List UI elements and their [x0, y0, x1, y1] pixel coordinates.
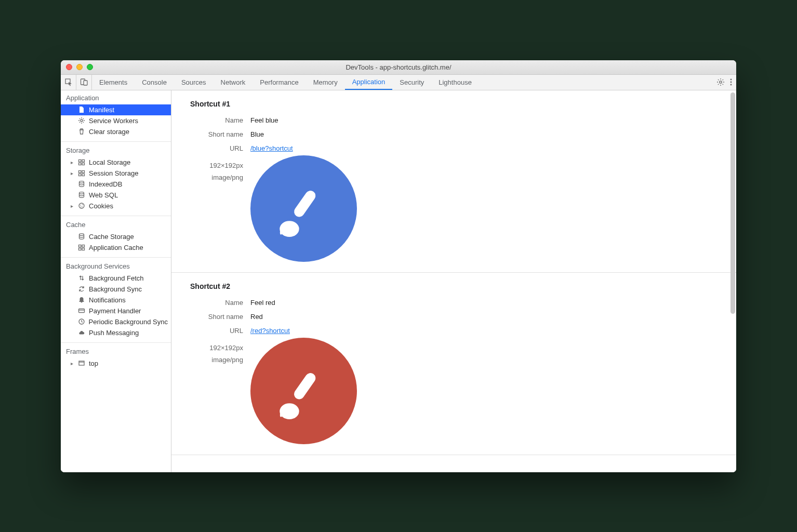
sidebar-item-label: IndexedDB	[89, 180, 122, 188]
sidebar-item-label: Notifications	[89, 296, 126, 304]
sidebar-item-background-sync[interactable]: Background Sync	[61, 284, 171, 295]
sidebar-item-label: top	[89, 360, 98, 367]
tab-application[interactable]: Application	[345, 75, 393, 90]
section-background-services: Background Services	[61, 259, 171, 273]
sidebar-item-label: Web SQL	[89, 191, 118, 199]
svg-point-21	[82, 206, 83, 207]
svg-rect-24	[79, 245, 82, 247]
tab-memory[interactable]: Memory	[306, 75, 345, 90]
tab-sources[interactable]: Sources	[174, 75, 214, 90]
tab-network[interactable]: Network	[214, 75, 253, 90]
titlebar: DevTools - app-shortcuts.glitch.me/	[61, 60, 736, 75]
svg-point-18	[79, 203, 84, 208]
sidebar-item-label: Push Messaging	[89, 329, 139, 337]
expand-arrow-icon[interactable]: ▸	[69, 361, 74, 366]
svg-point-3	[720, 81, 722, 83]
cookie-icon	[77, 202, 86, 209]
field-label-url: URL	[171, 327, 250, 335]
db-icon	[77, 233, 86, 240]
svg-point-22	[81, 207, 81, 207]
tab-console[interactable]: Console	[135, 75, 174, 90]
application-sidebar[interactable]: ApplicationManifestService WorkersClear …	[61, 90, 171, 472]
icon-meta: 192×192pximage/png	[171, 155, 250, 184]
svg-rect-27	[82, 248, 85, 250]
devtools-window: DevTools - app-shortcuts.glitch.me/ Elem…	[61, 60, 736, 472]
close-icon[interactable]	[66, 64, 72, 70]
svg-rect-10	[79, 163, 82, 165]
field-value-name: Feel blue	[250, 116, 278, 124]
shortcut-heading: Shortcut #1	[171, 100, 736, 113]
svg-point-23	[79, 234, 84, 236]
shortcut-icon-preview	[250, 338, 357, 444]
svg-rect-26	[79, 248, 82, 250]
svg-rect-2	[84, 81, 87, 85]
sidebar-item-manifest[interactable]: Manifest	[61, 104, 171, 115]
expand-arrow-icon[interactable]: ▸	[69, 170, 74, 176]
section-application: Application	[61, 90, 171, 104]
sidebar-item-indexeddb[interactable]: IndexedDB	[61, 179, 171, 190]
expand-arrow-icon[interactable]: ▸	[69, 159, 74, 165]
svg-rect-31	[292, 189, 317, 219]
svg-rect-30	[79, 361, 84, 365]
svg-rect-13	[82, 171, 85, 173]
updown-icon	[77, 274, 86, 282]
db-icon	[77, 180, 86, 188]
card-icon	[77, 307, 86, 314]
field-value-url[interactable]: /red?shortcut	[250, 327, 290, 335]
sidebar-item-label: Manifest	[89, 106, 114, 114]
sidebar-item-payment-handler[interactable]: Payment Handler	[61, 305, 171, 316]
sidebar-item-notifications[interactable]: Notifications	[61, 295, 171, 305]
expand-arrow-icon[interactable]: ▸	[69, 203, 74, 209]
window-controls	[66, 64, 93, 70]
svg-point-5	[730, 82, 732, 83]
device-toggle-icon[interactable]	[76, 75, 92, 90]
tab-security[interactable]: Security	[392, 75, 431, 90]
tab-performance[interactable]: Performance	[253, 75, 305, 90]
svg-rect-15	[82, 174, 85, 176]
icon-meta: 192×192pximage/png	[171, 338, 250, 366]
tab-lighthouse[interactable]: Lighthouse	[431, 75, 479, 90]
sidebar-item-session-storage[interactable]: ▸Session Storage	[61, 168, 171, 179]
sidebar-item-label: Periodic Background Sync	[89, 318, 168, 326]
field-label-short-name: Short name	[171, 130, 250, 138]
field-label-url: URL	[171, 144, 250, 152]
field-value-name: Feel red	[250, 299, 275, 307]
more-icon[interactable]	[730, 78, 732, 86]
manifest-panel: Shortcut #1NameFeel blueShort nameBlueUR…	[171, 90, 736, 472]
sidebar-item-label: Background Fetch	[89, 274, 144, 282]
svg-rect-28	[79, 309, 85, 313]
sidebar-item-service-workers[interactable]: Service Workers	[61, 115, 171, 126]
sidebar-item-background-fetch[interactable]: Background Fetch	[61, 273, 171, 284]
sidebar-item-cache-storage[interactable]: Cache Storage	[61, 231, 171, 242]
svg-rect-8	[79, 160, 82, 162]
sidebar-item-local-storage[interactable]: ▸Local Storage	[61, 157, 171, 168]
minimize-icon[interactable]	[76, 64, 83, 70]
sidebar-item-top[interactable]: ▸top	[61, 358, 171, 369]
frame-icon	[77, 360, 86, 367]
sidebar-item-push-messaging[interactable]: Push Messaging	[61, 327, 171, 338]
sidebar-item-label: Background Sync	[89, 285, 142, 293]
settings-icon[interactable]	[716, 78, 725, 86]
section-storage: Storage	[61, 143, 171, 157]
field-value-url[interactable]: /blue?shortcut	[250, 144, 293, 152]
scrollbar-thumb[interactable]	[730, 92, 735, 314]
sidebar-item-cookies[interactable]: ▸Cookies	[61, 201, 171, 211]
svg-point-7	[81, 119, 83, 122]
sidebar-item-application-cache[interactable]: Application Cache	[61, 242, 171, 253]
maximize-icon[interactable]	[87, 64, 93, 70]
panel-tabs: ElementsConsoleSourcesNetworkPerformance…	[92, 75, 479, 90]
sidebar-item-web-sql[interactable]: Web SQL	[61, 190, 171, 201]
sidebar-item-label: Local Storage	[89, 158, 130, 166]
inspect-icon[interactable]	[61, 75, 76, 90]
sidebar-item-clear-storage[interactable]: Clear storage	[61, 126, 171, 137]
svg-point-20	[82, 204, 83, 205]
svg-rect-14	[79, 174, 82, 176]
section-cache: Cache	[61, 217, 171, 231]
sidebar-item-periodic-background-sync[interactable]: Periodic Background Sync	[61, 316, 171, 327]
tab-elements[interactable]: Elements	[92, 75, 135, 90]
sidebar-item-label: Application Cache	[89, 244, 143, 251]
svg-rect-12	[79, 171, 82, 173]
shortcut-url-link[interactable]: /red?shortcut	[250, 327, 290, 335]
shortcut-url-link[interactable]: /blue?shortcut	[250, 144, 293, 152]
bell-icon	[77, 296, 86, 303]
